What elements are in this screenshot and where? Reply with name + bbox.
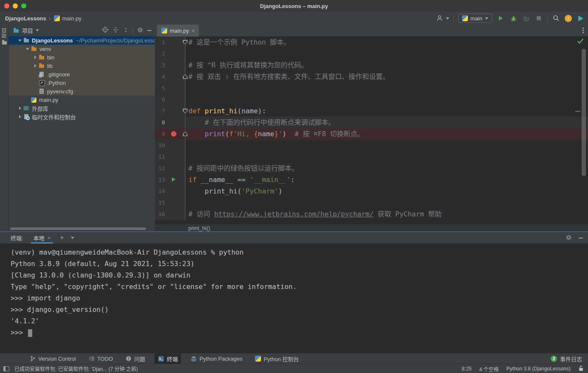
- code-text[interactable]: print(f'Hi, {name}') # 按 ⌘F8 切换断点。: [185, 128, 364, 140]
- gutter-line-13[interactable]: 13: [155, 174, 185, 185]
- terminal-output[interactable]: (venv) mav@qiumengweideMacBook-Air Djang…: [0, 244, 588, 353]
- editor-line-8[interactable]: 8 # 在下面的代码行中使用断点来调试脚本。: [155, 117, 588, 128]
- tree-item-main.py[interactable]: main.py: [8, 95, 155, 104]
- gutter-line-8[interactable]: 8: [155, 117, 185, 128]
- locate-file-icon[interactable]: [102, 26, 109, 34]
- unlocked-padlock-icon[interactable]: [578, 365, 584, 373]
- tree-item-外部库[interactable]: 外部库: [8, 104, 155, 112]
- code-text[interactable]: # 在下面的代码行中使用断点来调试脚本。: [185, 117, 335, 128]
- gutter-line-10[interactable]: 10: [155, 140, 185, 151]
- run-line-icon[interactable]: [172, 177, 176, 182]
- run-with-coverage-icon[interactable]: [522, 14, 530, 22]
- tree-item-.gitignore[interactable]: .gitignore: [8, 70, 155, 79]
- learn-pycharm-icon[interactable]: [576, 14, 585, 22]
- status-message[interactable]: 已成功安装软件包: 已安装软件包: 'Djan... (7 分钟 之前): [14, 365, 138, 372]
- run-button[interactable]: [496, 14, 505, 22]
- editor-vertical-scrollbar[interactable]: [582, 49, 586, 176]
- chevron-down-icon[interactable]: [36, 29, 39, 31]
- gutter-line-11[interactable]: 11: [155, 151, 185, 163]
- tab-options-icon[interactable]: [582, 28, 584, 29]
- tool-window-button-problem[interactable]: 问题: [122, 353, 148, 364]
- code-text[interactable]: [185, 140, 188, 151]
- editor-line-9[interactable]: 9 print(f'Hi, {name}') # 按 ⌘F8 切换断点。: [155, 128, 588, 140]
- stop-button[interactable]: [535, 14, 543, 22]
- hide-terminal-icon[interactable]: [579, 238, 583, 238]
- debug-button[interactable]: [509, 14, 518, 22]
- run-configuration-select[interactable]: main: [458, 14, 492, 23]
- breakpoint-icon[interactable]: [171, 131, 176, 137]
- gutter-line-12[interactable]: 12: [155, 163, 185, 174]
- editor-line-16[interactable]: 16# 访问 https://www.jetbrains.com/help/py…: [155, 208, 588, 220]
- close-tab-icon[interactable]: ×: [192, 28, 195, 34]
- collapse-all-icon[interactable]: [123, 27, 129, 34]
- breadcrumb-project[interactable]: DjangoLessons: [5, 15, 46, 22]
- breadcrumb-function[interactable]: print_hi(): [188, 225, 210, 231]
- project-panel-title[interactable]: 项目: [22, 26, 33, 34]
- editor-line-14[interactable]: 14 print_hi('PyCharm'): [155, 185, 588, 197]
- code-text[interactable]: # 访问 https://www.jetbrains.com/help/pych…: [185, 208, 442, 220]
- new-terminal-session-icon[interactable]: +: [60, 234, 64, 241]
- gutter-line-1[interactable]: 1: [155, 36, 185, 48]
- tree-item-lib[interactable]: lib: [8, 62, 155, 70]
- breadcrumb-file[interactable]: main.py: [62, 15, 81, 22]
- code-text[interactable]: # 这是一个示例 Python 脚本。: [185, 36, 290, 48]
- tool-window-button-packages[interactable]: Python Packages: [187, 353, 246, 364]
- terminal-settings-gear-icon[interactable]: [566, 234, 572, 242]
- hide-panel-icon[interactable]: [147, 30, 151, 31]
- editor-line-13[interactable]: 13if __name__ == '__main__':: [155, 174, 588, 185]
- code-text[interactable]: # 按 双击 ⇧ 在所有地方搜索类、文件、工具窗口、操作和设置。: [185, 71, 389, 82]
- tool-window-button-todo[interactable]: TODO: [85, 353, 116, 364]
- editor-line-5[interactable]: 5: [155, 82, 588, 94]
- tab-main-py[interactable]: main.py ×: [157, 25, 199, 36]
- tree-item-.Python[interactable]: .Python: [8, 79, 155, 87]
- chevron-right-icon[interactable]: [33, 64, 37, 68]
- close-terminal-tab-icon[interactable]: ×: [48, 235, 51, 241]
- chevron-right-icon[interactable]: [18, 106, 22, 110]
- tree-item-venv[interactable]: venv: [8, 45, 155, 53]
- editor-line-7[interactable]: 7def print_hi(name):: [155, 105, 588, 117]
- tree-item-pyvenv.cfg[interactable]: pyvenv.cfg: [8, 87, 155, 95]
- user-account-icon[interactable]: [436, 14, 444, 22]
- caret-position[interactable]: 8:25: [462, 366, 471, 372]
- chevron-down-icon[interactable]: [25, 47, 30, 51]
- gutter-line-9[interactable]: 9: [155, 128, 185, 140]
- code-text[interactable]: [185, 151, 188, 163]
- code-text[interactable]: # 按间距中的绿色按钮以运行脚本。: [185, 163, 298, 174]
- editor-line-2[interactable]: 2: [155, 48, 588, 59]
- editor-line-1[interactable]: 1# 这是一个示例 Python 脚本。: [155, 36, 588, 48]
- settings-gear-icon[interactable]: [137, 27, 143, 34]
- gutter-line-5[interactable]: 5: [155, 82, 185, 94]
- tree-item-DjangoLessons[interactable]: DjangoLessons~/PycharmProjects/DjangoLes…: [8, 36, 155, 45]
- stripe-button-project[interactable]: 项目: [0, 28, 8, 45]
- editor-line-11[interactable]: 11: [155, 151, 588, 163]
- editor-line-3[interactable]: 3# 按 ^R 执行或将其替换为您的代码。: [155, 59, 588, 71]
- code-text[interactable]: # 按 ^R 执行或将其替换为您的代码。: [185, 59, 308, 71]
- terminal-sessions-dropdown-icon[interactable]: [71, 237, 74, 239]
- code-text[interactable]: if __name__ == '__main__':: [185, 174, 294, 185]
- editor-line-10[interactable]: 10: [155, 140, 588, 151]
- code-text[interactable]: [185, 48, 188, 59]
- tree-item-临时文件和控制台[interactable]: 临时文件和控制台: [8, 112, 155, 121]
- chevron-down-icon[interactable]: [18, 38, 22, 42]
- tool-window-button-pyconsole[interactable]: Python 控制台: [252, 353, 302, 364]
- editor-line-12[interactable]: 12# 按间距中的绿色按钮以运行脚本。: [155, 163, 588, 174]
- code-text[interactable]: def print_hi(name):: [185, 105, 266, 117]
- terminal-tab-local[interactable]: 本地 ×: [31, 232, 53, 244]
- tool-window-button-branch[interactable]: Version Control: [26, 353, 79, 364]
- expand-all-icon[interactable]: [112, 27, 119, 34]
- editor-line-15[interactable]: 15: [155, 197, 588, 208]
- code-area[interactable]: 1# 这是一个示例 Python 脚本。23# 按 ^R 执行或将其替换为您的代…: [155, 36, 588, 224]
- code-text[interactable]: [185, 197, 188, 208]
- user-dropdown-caret-icon[interactable]: [446, 17, 449, 20]
- gutter-line-2[interactable]: 2: [155, 48, 185, 59]
- gutter-line-7[interactable]: 7: [155, 105, 185, 117]
- gutter-line-4[interactable]: 4: [155, 71, 185, 82]
- code-text[interactable]: [185, 82, 188, 94]
- search-everywhere-icon[interactable]: [552, 14, 560, 22]
- gutter-line-15[interactable]: 15: [155, 197, 185, 208]
- code-text[interactable]: [185, 94, 188, 105]
- editor-line-6[interactable]: 6: [155, 94, 588, 105]
- code-text[interactable]: print_hi('PyCharm'): [185, 185, 283, 197]
- chevron-right-icon[interactable]: [33, 55, 37, 59]
- gutter-line-3[interactable]: 3: [155, 59, 185, 71]
